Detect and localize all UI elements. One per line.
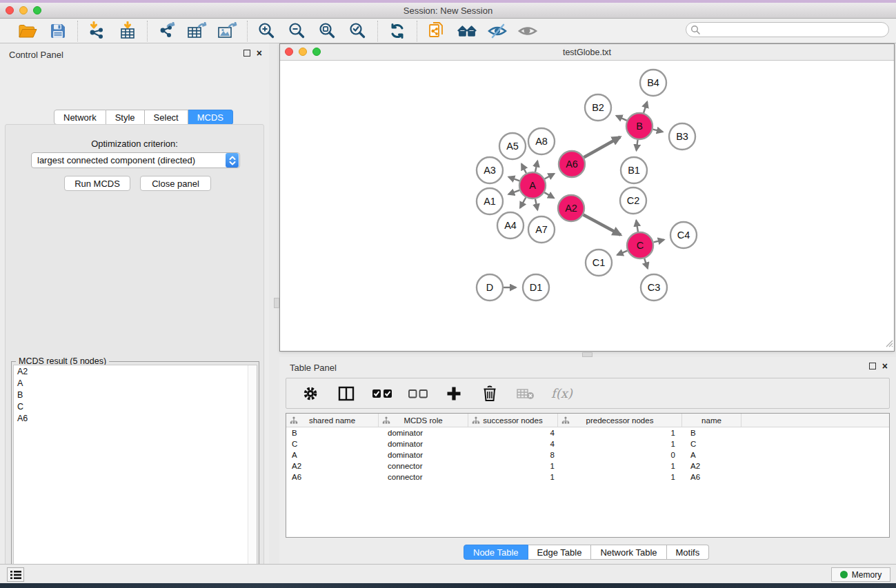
criterion-dropdown[interactable]: largest connected component (directed) — [31, 152, 240, 168]
mcds-result-list[interactable]: A2 A B C A6 — [13, 365, 257, 587]
scrollbar-track[interactable] — [248, 365, 257, 586]
column-header-successor-nodes[interactable]: successor nodes — [468, 414, 558, 427]
cell-predecessor[interactable]: 1 — [558, 429, 682, 437]
graph-edge-C-C4[interactable] — [653, 240, 664, 243]
zoom-selected-icon[interactable] — [348, 21, 368, 41]
graph-node-A5[interactable]: A5 — [499, 133, 526, 159]
search-box[interactable] — [686, 22, 889, 37]
column-header-name[interactable]: name — [682, 414, 741, 427]
table-row[interactable]: A6 connector 1 1 A6 — [286, 472, 889, 483]
tab-motifs[interactable]: Motifs — [667, 545, 710, 560]
float-panel-icon[interactable] — [869, 363, 876, 369]
graph-node-A8[interactable]: A8 — [528, 128, 555, 154]
cell-shared-name[interactable]: A — [286, 451, 379, 459]
import-table-icon[interactable] — [117, 21, 138, 41]
cell-name[interactable]: A — [682, 451, 741, 459]
graph-edge-C-C1[interactable] — [617, 251, 628, 255]
import-network-icon[interactable] — [87, 21, 108, 41]
cell-predecessor[interactable]: 0 — [558, 451, 682, 459]
clone-network-icon[interactable] — [426, 21, 447, 41]
first-neighbors-houses-icon[interactable] — [457, 21, 477, 41]
cell-name[interactable]: A2 — [682, 462, 741, 470]
export-network-icon[interactable] — [157, 21, 177, 41]
list-item[interactable]: A2 — [14, 365, 257, 377]
cell-name[interactable]: A6 — [682, 473, 741, 481]
cell-predecessor[interactable]: 1 — [558, 462, 682, 470]
graph-edge-A-A8[interactable] — [535, 161, 537, 172]
deselect-all-checkboxes-icon[interactable] — [408, 383, 428, 404]
graph-edge-A2-C[interactable] — [584, 215, 621, 235]
cell-successor[interactable]: 8 — [468, 451, 558, 459]
graph-node-D1[interactable]: D1 — [523, 274, 549, 301]
cell-shared-name[interactable]: B — [286, 429, 379, 437]
splitter-handle[interactable] — [582, 352, 593, 357]
tab-network-table[interactable]: Network Table — [591, 545, 666, 560]
tab-node-table[interactable]: Node Table — [464, 545, 528, 560]
graph-node-A4[interactable]: A4 — [497, 212, 524, 239]
list-item[interactable]: A6 — [14, 412, 257, 424]
zoom-out-icon[interactable] — [287, 21, 308, 41]
graph-node-C[interactable]: C — [627, 232, 653, 258]
tab-select[interactable]: Select — [145, 110, 188, 125]
graph-node-A7[interactable]: A7 — [528, 216, 555, 243]
cell-name[interactable]: B — [682, 429, 741, 437]
cell-mcds-role[interactable]: connector — [379, 462, 468, 470]
list-item[interactable]: C — [14, 401, 257, 412]
cell-mcds-role[interactable]: dominator — [379, 451, 468, 459]
column-header-predecessor-nodes[interactable]: predecessor nodes — [558, 414, 682, 427]
table-row[interactable]: C dominator 4 1 C — [286, 438, 889, 449]
graph-node-A3[interactable]: A3 — [477, 157, 503, 183]
save-session-icon[interactable] — [48, 21, 68, 41]
graph-edge-B-B2[interactable] — [616, 116, 626, 121]
float-panel-icon[interactable] — [243, 50, 250, 57]
cell-shared-name[interactable]: A2 — [286, 462, 379, 470]
graph-node-B3[interactable]: B3 — [669, 123, 695, 150]
tab-mcds[interactable]: MCDS — [188, 110, 233, 125]
graph-edge-A-A7[interactable] — [535, 199, 537, 210]
graph-edge-A6-B[interactable] — [584, 137, 620, 158]
network-window-titlebar[interactable]: testGlobe.txt — [280, 44, 894, 61]
graph-node-A1[interactable]: A1 — [477, 188, 503, 214]
splitter-handle[interactable] — [274, 298, 279, 308]
tab-edge-table[interactable]: Edge Table — [528, 545, 592, 560]
cell-shared-name[interactable]: C — [286, 440, 379, 448]
graph-edge-B-B1[interactable] — [637, 140, 638, 150]
graph-edge-A-A6[interactable] — [545, 174, 555, 179]
select-all-checkboxes-icon[interactable] — [372, 383, 392, 404]
graph-edge-C-C2[interactable] — [636, 221, 638, 232]
graph-node-D[interactable]: D — [477, 274, 503, 301]
cell-shared-name[interactable]: A6 — [286, 473, 379, 481]
memory-button[interactable]: Memory — [831, 567, 890, 582]
graph-node-B4[interactable]: B4 — [640, 70, 666, 96]
cell-successor[interactable]: 1 — [468, 462, 558, 470]
column-header-shared-name[interactable]: shared name — [286, 414, 379, 427]
resize-grip-icon[interactable] — [884, 338, 893, 350]
network-graph-canvas[interactable]: B4B2BB3A5A8A6A3AB1A1C2A2A4A7C4CC1C3DD1 — [280, 61, 894, 351]
cell-successor[interactable]: 1 — [468, 473, 558, 481]
hide-selected-eye-slash-icon[interactable] — [487, 21, 508, 41]
cell-successor[interactable]: 4 — [468, 440, 558, 448]
graph-edge-A-A3[interactable] — [508, 177, 519, 181]
refresh-layout-icon[interactable] — [387, 21, 408, 41]
open-folder-icon[interactable] — [17, 21, 38, 41]
cell-predecessor[interactable]: 1 — [558, 473, 682, 481]
table-row[interactable]: A dominator 8 0 A — [286, 449, 889, 460]
close-panel-icon[interactable]: × — [257, 50, 262, 57]
graph-edge-A-A5[interactable] — [521, 164, 526, 173]
search-input[interactable] — [701, 23, 888, 36]
cell-mcds-role[interactable]: connector — [379, 473, 468, 481]
close-panel-icon[interactable]: × — [882, 363, 888, 369]
tab-style[interactable]: Style — [106, 110, 145, 125]
close-panel-button[interactable]: Close panel — [140, 176, 211, 191]
node-table[interactable]: shared name MCDS role successor nodes pr… — [286, 413, 890, 538]
table-row[interactable]: B dominator 4 1 B — [286, 427, 889, 438]
delete-column-trash-icon[interactable] — [479, 383, 500, 404]
cell-mcds-role[interactable]: dominator — [379, 440, 468, 448]
graph-edge-C-C3[interactable] — [644, 258, 648, 268]
graph-node-B2[interactable]: B2 — [585, 94, 611, 121]
list-item[interactable]: A — [14, 377, 257, 389]
export-table-icon[interactable] — [187, 21, 208, 41]
graph-node-C2[interactable]: C2 — [620, 187, 646, 214]
graph-edge-A-A1[interactable] — [508, 190, 519, 194]
export-image-icon[interactable] — [217, 21, 238, 41]
